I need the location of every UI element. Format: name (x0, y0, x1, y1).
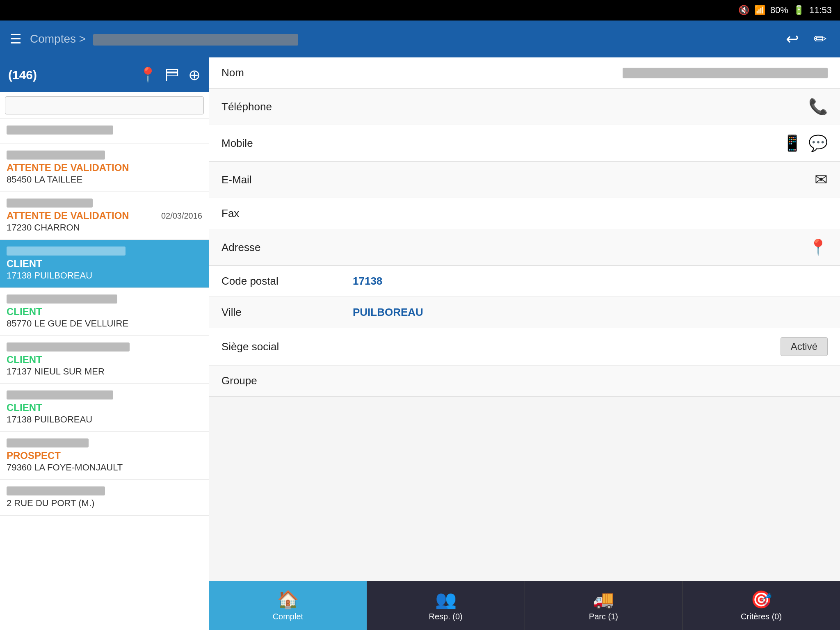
ville-value: PUILBOREAU (353, 306, 828, 319)
label-telephone: Téléphone (221, 100, 353, 113)
email-actions: ✉ (815, 171, 828, 189)
search-bar (0, 92, 209, 119)
list-item[interactable]: CLIENT 17138 PUILBOREAU (0, 384, 209, 432)
field-groupe: Groupe (209, 365, 840, 397)
list-item[interactable]: ATTENTE DE VALIDATION 85450 LA TAILLEE (0, 144, 209, 192)
item-name-blurred (7, 342, 130, 352)
header-icons: 📍 ⛿ ⊕ (139, 66, 201, 84)
label-email: E-Mail (221, 173, 353, 186)
item-address: 17137 NIEUL SUR MER (7, 366, 202, 377)
adresse-actions: 📍 (808, 238, 828, 256)
mute-icon: 🔇 (738, 5, 749, 16)
main-content: (146) 📍 ⛿ ⊕ ATTENTE DE VALIDATION 85450 … (0, 57, 840, 630)
label-codepostal: Code postal (221, 275, 353, 288)
right-panel: Nom Téléphone 📞 Mobile 📱 💬 (209, 57, 840, 630)
nav-actions: ↩ ✏ (783, 27, 830, 51)
list-item[interactable]: CLIENT 17137 NIEUL SUR MER (0, 336, 209, 384)
item-address: 85450 LA TAILLEE (7, 174, 202, 185)
item-name-blurred (7, 390, 113, 399)
truck-icon: 🚚 (593, 589, 614, 609)
people-icon: 👥 (435, 589, 457, 609)
tab-resp-label: Resp. (0) (429, 612, 463, 621)
telephone-actions: 📞 (808, 98, 828, 116)
item-name-blurred (7, 199, 93, 208)
wifi-icon: 📶 (754, 5, 765, 16)
count-badge: (146) (8, 68, 139, 82)
item-row: ATTENTE DE VALIDATION 02/03/2016 (7, 210, 202, 221)
tab-criteres-label: Critères (0) (741, 612, 782, 621)
add-button[interactable]: ⊕ (188, 66, 201, 84)
mobile-icon[interactable]: 📱 (783, 134, 802, 152)
item-name-blurred (7, 247, 126, 256)
field-nom: Nom (209, 57, 840, 89)
location-icon[interactable]: 📍 (808, 238, 828, 256)
breadcrumb: Comptes > (30, 32, 783, 46)
bottom-tabs: 🏠 Complet 👥 Resp. (0) 🚚 Parc (1) 🎯 Critè… (209, 581, 840, 630)
label-ville: Ville (221, 306, 353, 319)
siege-badge: Activé (781, 337, 828, 356)
label-fax: Fax (221, 207, 353, 220)
home-icon: 🏠 (277, 589, 299, 609)
breadcrumb-comptes: Comptes > (30, 32, 86, 45)
field-email: E-Mail ✉ (209, 162, 840, 198)
item-name-blurred (7, 438, 89, 447)
item-name-blurred (7, 294, 117, 304)
field-mobile: Mobile 📱 💬 (209, 125, 840, 162)
list-item-selected[interactable]: CLIENT 17138 PUILBOREAU (0, 240, 209, 288)
tab-parc-label: Parc (1) (589, 612, 618, 621)
item-name-blurred (7, 126, 113, 135)
label-adresse: Adresse (221, 241, 353, 254)
menu-button[interactable]: ☰ (10, 31, 22, 47)
tab-complet-label: Complet (273, 612, 303, 621)
item-name-blurred (7, 486, 105, 495)
list-item[interactable]: PROSPECT 79360 LA FOYE-MONJAULT (0, 432, 209, 480)
list-item[interactable] (0, 119, 209, 144)
item-status: ATTENTE DE VALIDATION (7, 162, 202, 173)
item-address: 17138 PUILBOREAU (7, 270, 202, 281)
tab-resp[interactable]: 👥 Resp. (0) (367, 581, 525, 630)
breadcrumb-blurred (93, 34, 298, 46)
field-codepostal: Code postal 17138 (209, 266, 840, 297)
battery-icon: 🔋 (793, 5, 804, 16)
tab-parc[interactable]: 🚚 Parc (1) (525, 581, 683, 630)
status-bar-icons: 🔇 📶 80% 🔋 11:53 (738, 5, 832, 16)
field-telephone: Téléphone 📞 (209, 89, 840, 125)
field-adresse: Adresse 📍 (209, 229, 840, 266)
value-nom (353, 68, 828, 78)
tab-complet[interactable]: 🏠 Complet (209, 581, 367, 630)
detail-content: Nom Téléphone 📞 Mobile 📱 💬 (209, 57, 840, 581)
back-button[interactable]: ↩ (783, 27, 802, 51)
item-address: 2 RUE DU PORT (M.) (7, 498, 202, 509)
item-address: 17138 PUILBOREAU (7, 414, 202, 425)
edit-button[interactable]: ✏ (810, 27, 830, 51)
call-icon[interactable]: 📞 (808, 98, 828, 116)
codepostal-value: 17138 (353, 275, 828, 288)
top-navigation: ☰ Comptes > ↩ ✏ (0, 21, 840, 57)
item-name-blurred (7, 151, 105, 160)
list-item[interactable]: 2 RUE DU PORT (M.) (0, 480, 209, 516)
location-filter-button[interactable]: 📍 (139, 66, 157, 84)
left-panel: (146) 📍 ⛿ ⊕ ATTENTE DE VALIDATION 85450 … (0, 57, 209, 630)
value-codepostal: 17138 (353, 275, 828, 288)
item-status: CLIENT (7, 306, 202, 317)
label-mobile: Mobile (221, 137, 353, 150)
label-groupe: Groupe (221, 374, 353, 387)
list-header: (146) 📍 ⛿ ⊕ (0, 57, 209, 92)
item-status: CLIENT (7, 402, 202, 413)
search-input[interactable] (5, 96, 204, 114)
battery-text: 80% (770, 5, 788, 16)
list-item[interactable]: CLIENT 85770 LE GUE DE VELLUIRE (0, 288, 209, 336)
list-item[interactable]: ATTENTE DE VALIDATION 02/03/2016 17230 C… (0, 192, 209, 240)
item-status: CLIENT (7, 258, 202, 269)
contact-list: ATTENTE DE VALIDATION 85450 LA TAILLEE A… (0, 119, 209, 630)
label-nom: Nom (221, 66, 353, 79)
item-address: 85770 LE GUE DE VELLUIRE (7, 318, 202, 329)
email-icon[interactable]: ✉ (815, 171, 828, 189)
tab-criteres[interactable]: 🎯 Critères (0) (682, 581, 840, 630)
field-ville: Ville PUILBOREAU (209, 297, 840, 328)
filter-button[interactable]: ⛿ (165, 66, 180, 84)
value-siege: Activé (353, 337, 828, 356)
item-status: PROSPECT (7, 450, 202, 461)
status-bar: 🔇 📶 80% 🔋 11:53 (0, 0, 840, 21)
sms-icon[interactable]: 💬 (808, 134, 828, 152)
